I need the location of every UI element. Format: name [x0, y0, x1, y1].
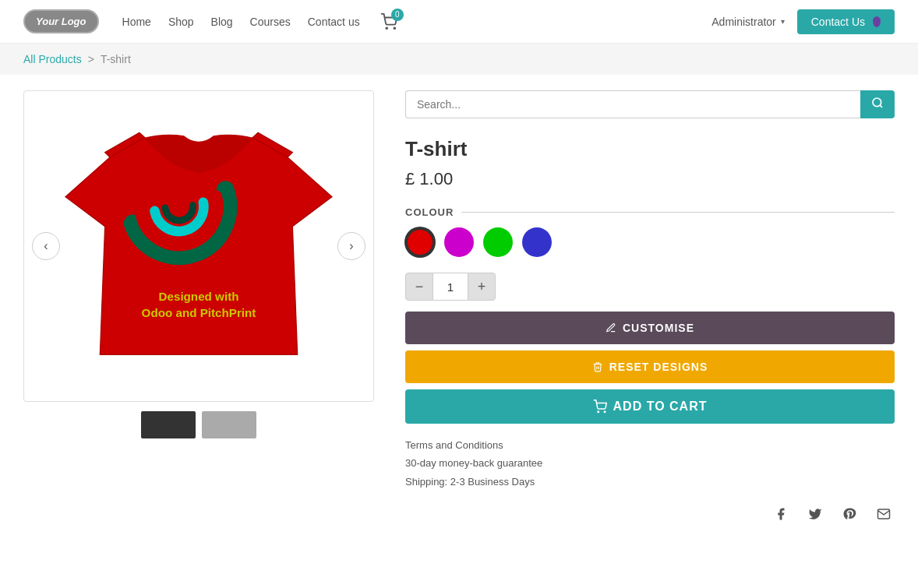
breadcrumb-separator: > [88, 53, 94, 65]
svg-point-1 [394, 27, 395, 29]
product-title: T-shirt [405, 137, 895, 161]
cart-add-icon [593, 400, 607, 414]
email-icon[interactable] [873, 503, 895, 525]
breadcrumb-all-products[interactable]: All Products [23, 53, 82, 65]
colour-swatch-magenta[interactable] [444, 227, 474, 257]
reset-label: RESET DESIGNS [609, 361, 708, 373]
pinterest-icon[interactable] [839, 503, 860, 525]
nav-shop[interactable]: Shop [168, 16, 194, 28]
trash-icon [592, 361, 603, 372]
thumbnails [23, 411, 374, 438]
reset-designs-button[interactable]: RESET DESIGNS [405, 350, 895, 383]
customise-label: CUSTOMISE [623, 322, 694, 334]
quantity-value: 1 [433, 273, 468, 301]
breadcrumb-current: T-shirt [101, 53, 131, 65]
image-container: Designed with Odoo and PitchPrint ‹ › [23, 90, 374, 402]
cart-icon[interactable]: 0 [380, 13, 397, 30]
nav-courses[interactable]: Courses [250, 16, 291, 28]
colour-swatch-green[interactable] [483, 227, 513, 257]
chevron-down-icon: ▾ [781, 17, 785, 26]
twitter-icon[interactable] [804, 503, 826, 525]
contact-us-button[interactable]: Contact Us [797, 9, 895, 34]
water-drop-icon [873, 16, 881, 27]
product-image-section: Designed with Odoo and PitchPrint ‹ › [23, 90, 374, 525]
svg-point-6 [604, 411, 606, 413]
tshirt-display: Designed with Odoo and PitchPrint [24, 91, 373, 401]
admin-label: Administrator [711, 16, 775, 28]
terms-info: Terms and Conditions 30-day money-back g… [405, 436, 895, 491]
colour-swatch-blue[interactable] [522, 227, 552, 257]
product-price: £ 1.00 [405, 169, 895, 189]
thumbnail-2[interactable] [202, 411, 256, 438]
search-button[interactable] [860, 90, 895, 118]
prev-button[interactable]: ‹ [32, 232, 60, 260]
nav-contact[interactable]: Contact us [308, 16, 360, 28]
main-content: Designed with Odoo and PitchPrint ‹ › [0, 75, 918, 540]
logo-badge: Your Logo [23, 9, 99, 33]
logo-area[interactable]: Your Logo [23, 9, 99, 33]
colour-label: COLOUR [405, 206, 895, 218]
nav-home[interactable]: Home [122, 16, 151, 28]
add-to-cart-button[interactable]: ADD TO CART [405, 389, 895, 424]
tshirt-svg: Designed with Odoo and PitchPrint [51, 106, 347, 386]
product-details: T-shirt £ 1.00 COLOUR − 1 + CUSTOMISE [405, 90, 895, 525]
navbar: Your Logo Home Shop Blog Courses Contact… [0, 0, 918, 44]
addcart-label: ADD TO CART [613, 400, 708, 414]
colour-section: COLOUR [405, 206, 895, 257]
svg-point-0 [386, 27, 387, 29]
shipping-text: Shipping: 2-3 Business Days [405, 473, 895, 491]
contact-btn-label: Contact Us [811, 16, 865, 28]
customise-button[interactable]: CUSTOMISE [405, 312, 895, 344]
social-icons [405, 503, 895, 525]
svg-point-4 [873, 98, 881, 107]
colour-options [405, 227, 895, 257]
next-button[interactable]: › [337, 232, 365, 260]
nav-blog[interactable]: Blog [211, 16, 233, 28]
pencil-icon [606, 322, 616, 333]
breadcrumb: All Products > T-shirt [0, 44, 918, 75]
facebook-icon[interactable] [770, 503, 792, 525]
cart-count: 0 [391, 9, 404, 21]
quantity-increase-button[interactable]: + [468, 273, 496, 301]
svg-text:Odoo and PitchPrint: Odoo and PitchPrint [142, 306, 256, 319]
quantity-section: − 1 + [405, 273, 895, 301]
thumbnail-1[interactable] [141, 411, 196, 438]
svg-text:Designed with: Designed with [159, 290, 239, 303]
quantity-decrease-button[interactable]: − [405, 273, 433, 301]
colour-swatch-red[interactable] [405, 227, 435, 257]
guarantee-text: 30-day money-back guarantee [405, 454, 895, 472]
search-bar [405, 90, 895, 118]
nav-links: Home Shop Blog Courses Contact us 0 [122, 13, 712, 30]
admin-dropdown[interactable]: Administrator ▾ [711, 16, 784, 28]
svg-point-5 [598, 411, 599, 413]
terms-text: Terms and Conditions [405, 436, 895, 454]
search-input[interactable] [405, 90, 860, 118]
